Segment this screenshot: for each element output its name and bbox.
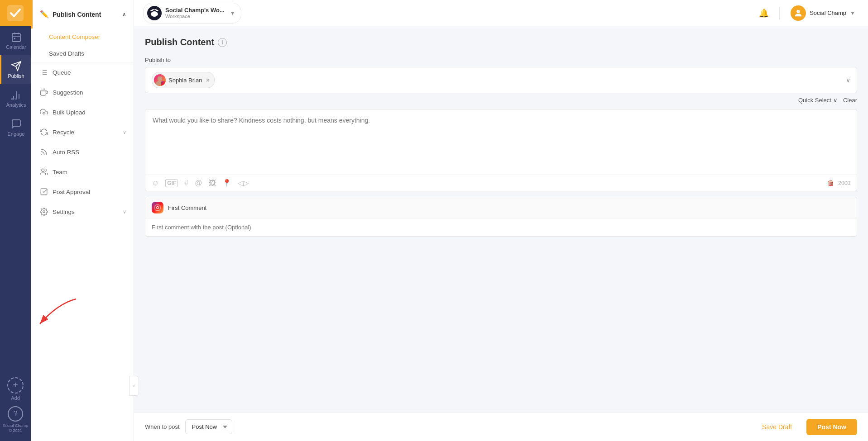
add-button[interactable]: + (7, 377, 24, 394)
sidebar-item-recycle[interactable]: Recycle ∨ (31, 122, 134, 142)
sidebar-item-auto-rss[interactable]: Auto RSS (31, 142, 134, 162)
add-label: Add (11, 395, 20, 401)
publish-to-selector[interactable]: Sophia Brian × ∨ (145, 67, 857, 93)
workspace-avatar (147, 6, 162, 20)
location-button[interactable]: 📍 (222, 179, 231, 187)
first-comment-header: First Comment (145, 197, 857, 218)
save-draft-button[interactable]: Save Draft (753, 419, 801, 435)
clear-button[interactable]: Clear (843, 97, 857, 104)
account-name: Sophia Brian (168, 77, 202, 84)
svg-rect-24 (41, 189, 47, 195)
workspace-info: Social Champ's Wo... Workspace (165, 7, 225, 19)
queue-label: Queue (53, 69, 126, 76)
svg-point-29 (158, 76, 162, 81)
quick-select-button[interactable]: Quick Select ∨ (798, 97, 838, 104)
recycle-chevron-icon: ∨ (123, 129, 126, 135)
content-area: Publish Content i Publish to (134, 26, 868, 412)
user-profile-button[interactable]: Social Champ ▼ (787, 4, 859, 23)
workspace-chevron-icon: ▼ (230, 10, 235, 16)
notifications-button[interactable]: 🔔 (756, 5, 772, 21)
post-approval-label: Post Approval (53, 189, 126, 195)
main-area: Social Champ's Wo... Workspace ▼ 🔔 Socia… (134, 0, 868, 441)
user-name: Social Champ (810, 9, 846, 16)
instagram-icon (152, 202, 163, 213)
when-to-post: When to post Post Now Schedule Queue (145, 419, 232, 434)
user-avatar (791, 5, 806, 21)
publish-content-button[interactable]: ✏️ Publish Content ∧ (31, 0, 134, 28)
user-chevron-icon: ▼ (850, 10, 855, 16)
queue-icon (40, 68, 48, 76)
svg-rect-1 (12, 33, 20, 42)
saved-drafts-label: Saved Drafts (49, 50, 84, 57)
info-icon[interactable]: i (218, 38, 227, 47)
icon-nav-bottom: + Add ? Social Champ © 2021 (0, 377, 31, 441)
sidebar-item-bulk-upload[interactable]: Bulk Upload (31, 102, 134, 122)
clear-text-button[interactable]: 🗑 (827, 179, 834, 187)
publish-chevron-icon: ∧ (122, 11, 126, 18)
recycle-label: Recycle (53, 129, 118, 136)
auto-rss-label: Auto RSS (53, 149, 126, 156)
account-remove-button[interactable]: × (206, 76, 209, 84)
header-divider (779, 7, 780, 19)
svg-point-23 (42, 169, 44, 171)
publish-to-chevron-icon: ∨ (846, 76, 850, 84)
quick-select-chevron-icon: ∨ (833, 97, 838, 104)
engage-nav-label: Engage (8, 131, 25, 137)
page-title: Publish Content (145, 37, 214, 47)
help-button[interactable]: ? (8, 406, 23, 422)
team-label: Team (53, 169, 126, 175)
sidebar-item-calendar[interactable]: Calendar (0, 26, 31, 55)
sidebar-collapse-button[interactable]: ‹ (129, 376, 139, 396)
auto-rss-icon (40, 148, 48, 156)
sidebar-item-publish[interactable]: Publish (0, 55, 31, 84)
post-timing-select[interactable]: Post Now Schedule Queue (185, 419, 232, 434)
hashtag-button[interactable]: # (184, 179, 188, 187)
bottom-bar: When to post Post Now Schedule Queue Sav… (134, 412, 868, 441)
recycle-icon (40, 128, 48, 136)
suggestion-label: Suggestion (53, 89, 126, 96)
sidebar: ✏️ Publish Content ∧ Content Composer Sa… (31, 0, 134, 441)
post-now-button[interactable]: Post Now (806, 419, 857, 435)
emoji-button[interactable]: ☺ (152, 179, 159, 187)
icon-nav: Calendar Publish BETA Analytics Engage +… (0, 0, 31, 441)
svg-point-22 (41, 154, 42, 155)
team-icon (40, 168, 48, 176)
edit-icon: ✏️ (40, 10, 49, 19)
sidebar-item-content-composer[interactable]: Content Composer (31, 28, 134, 45)
sidebar-item-post-approval[interactable]: Post Approval (31, 182, 134, 202)
publish-to-accounts: Sophia Brian × (152, 72, 215, 88)
when-to-post-label: When to post (145, 423, 180, 430)
sidebar-item-analytics[interactable]: BETA Analytics (0, 84, 31, 113)
workspace-name: Social Champ's Wo... (165, 7, 225, 14)
workspace-selector[interactable]: Social Champ's Wo... Workspace ▼ (143, 3, 241, 24)
composer-textarea[interactable] (145, 109, 857, 173)
settings-icon (40, 208, 48, 216)
post-approval-icon (40, 188, 48, 196)
gif-button[interactable]: GIF (165, 179, 178, 187)
sidebar-header: ✏️ Publish Content ∧ Content Composer Sa… (31, 0, 134, 62)
sidebar-item-queue[interactable]: Queue (31, 62, 134, 82)
quick-select-label: Quick Select (798, 97, 831, 104)
settings-chevron-icon: ∨ (123, 209, 126, 215)
sidebar-item-team[interactable]: Team (31, 162, 134, 182)
publish-to-label: Publish to (145, 57, 857, 63)
copyright-text: Social Champ © 2021 (0, 423, 31, 437)
first-comment-title: First Comment (168, 204, 206, 211)
top-header: Social Champ's Wo... Workspace ▼ 🔔 Socia… (134, 0, 868, 26)
sidebar-item-settings[interactable]: Settings ∨ (31, 202, 134, 222)
svg-rect-0 (7, 5, 24, 21)
svg-point-26 (151, 11, 158, 17)
first-comment-input[interactable] (145, 218, 857, 236)
svg-point-25 (43, 211, 45, 213)
workspace-sub: Workspace (165, 14, 225, 19)
media-button[interactable]: ◁▷ (238, 179, 249, 187)
sidebar-item-saved-drafts[interactable]: Saved Drafts (31, 45, 134, 62)
header-right: 🔔 Social Champ ▼ (756, 4, 859, 23)
app-logo[interactable] (0, 0, 31, 26)
composer-box: ☺ GIF # @ 🖼 📍 ◁▷ 🗑 2000 (145, 109, 857, 191)
sidebar-item-engage[interactable]: Engage (0, 113, 31, 142)
image-button[interactable]: 🖼 (209, 179, 216, 187)
sidebar-item-suggestion[interactable]: Suggestion (31, 82, 134, 102)
char-count: 2000 (838, 180, 850, 186)
mention-button[interactable]: @ (195, 179, 202, 187)
